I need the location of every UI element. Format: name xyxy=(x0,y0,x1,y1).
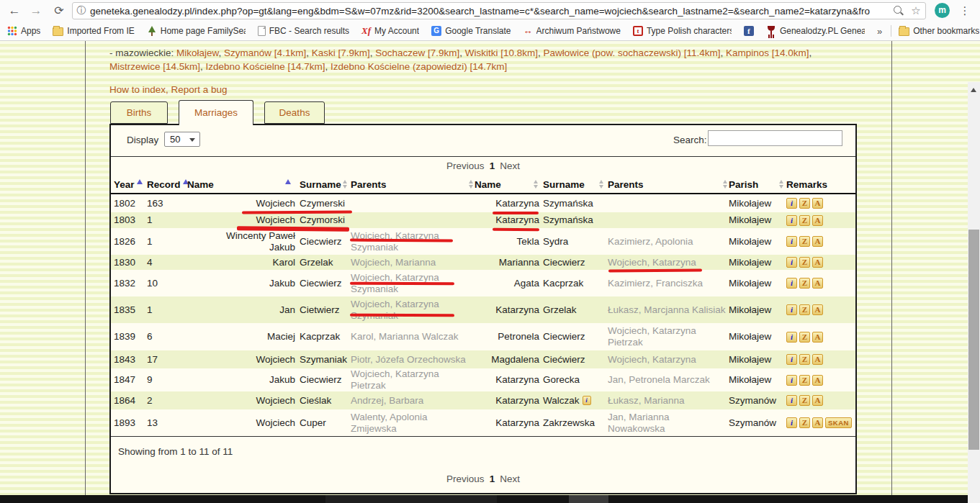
bookmark-archiwum-pa-stwowe[interactable]: Archiwum Państwowe xyxy=(523,26,621,36)
scrollbar-thumb[interactable] xyxy=(968,230,979,450)
document-icon xyxy=(258,26,266,36)
region-link-izdebno-ko-cielne-zapowiedzi-14-7km[interactable]: Izdebno Kościelne (zapowiedzi) [14.7km] xyxy=(331,61,507,72)
cell-bride-surname-text: Grzelak xyxy=(543,304,605,316)
a-icon[interactable]: A xyxy=(812,198,823,209)
z-icon[interactable]: Z xyxy=(799,354,810,365)
a-icon[interactable]: A xyxy=(812,417,823,428)
column-header-parents-7[interactable]: Parents xyxy=(608,176,729,193)
back-icon[interactable] xyxy=(6,2,23,19)
info-icon[interactable]: i xyxy=(786,215,797,226)
a-icon[interactable]: A xyxy=(812,354,823,365)
a-icon[interactable]: A xyxy=(812,257,823,268)
a-icon[interactable]: A xyxy=(812,304,823,315)
info-icon[interactable]: i xyxy=(786,198,797,209)
z-icon[interactable]: Z xyxy=(799,278,810,289)
a-icon[interactable]: A xyxy=(812,278,823,289)
browser-menu-icon[interactable] xyxy=(958,3,971,19)
page-info-icon[interactable] xyxy=(73,4,90,17)
other-bookmarks-folder[interactable]: Other bookmarks xyxy=(899,26,979,36)
info-icon[interactable]: i xyxy=(786,236,797,247)
region-link-paw-owice-pow-sochaczewski-11-4km[interactable]: Pawłowice (pow. sochaczewski) [11.4km] xyxy=(544,47,721,58)
skan-button[interactable]: SKAN xyxy=(825,417,852,428)
region-link-wiskitki-10-8km[interactable]: Wiskitki [10.8km] xyxy=(465,47,538,58)
z-icon[interactable]: Z xyxy=(799,395,810,406)
tab-marriages[interactable]: Marriages xyxy=(179,100,253,125)
vertical-scrollbar[interactable] xyxy=(968,82,980,503)
info-icon[interactable]: i xyxy=(786,257,797,268)
a-icon[interactable]: A xyxy=(812,332,823,343)
column-header-name-5[interactable]: Name xyxy=(475,176,539,193)
bookmark-my-account[interactable]: My Account xyxy=(361,26,419,36)
next-button[interactable]: Next xyxy=(500,473,520,484)
a-icon[interactable]: A xyxy=(812,375,823,386)
info-icon[interactable]: i xyxy=(786,417,797,428)
reload-icon[interactable] xyxy=(50,2,68,19)
tab-births[interactable]: Births xyxy=(110,101,168,124)
column-header-surname-3[interactable]: Surname xyxy=(300,176,349,193)
help-link-report-a-bug[interactable]: Report a bug xyxy=(171,84,228,95)
region-link-izdebno-ko-cielne-14-7km[interactable]: Izdebno Kościelne [14.7km] xyxy=(206,61,325,72)
next-button[interactable]: Next xyxy=(500,160,520,171)
bookmarks-overflow-icon[interactable]: » xyxy=(877,26,882,37)
region-link-kaski-7-9km[interactable]: Kaski [7.9km] xyxy=(312,47,370,58)
search-input[interactable] xyxy=(708,130,842,146)
column-header-surname-6[interactable]: Surname xyxy=(543,176,605,193)
z-icon[interactable]: Z xyxy=(799,198,810,209)
bookmark-type-polish-characters[interactable]: Type Polish characters xyxy=(633,26,732,36)
z-icon[interactable]: Z xyxy=(799,304,810,315)
forward-icon[interactable] xyxy=(27,2,45,19)
page-length-select[interactable]: 50 xyxy=(164,132,200,147)
cell-year: 1826 xyxy=(114,228,147,255)
info-icon[interactable]: i xyxy=(786,354,797,365)
region-link-szyman-w-4-1km[interactable]: Szymanów [4.1km] xyxy=(224,47,306,58)
z-icon[interactable]: Z xyxy=(799,332,810,343)
bookmark-facebook[interactable] xyxy=(744,26,754,36)
bookmark-genealodzy-pl-genea[interactable]: Genealodzy.PL Genea xyxy=(766,26,865,36)
info-icon[interactable]: i xyxy=(583,396,591,405)
bookmark-home-page-familysea[interactable]: Home page FamilySea xyxy=(147,26,246,36)
z-icon[interactable]: Z xyxy=(799,257,810,268)
a-icon[interactable]: A xyxy=(812,236,823,247)
cell-groom-surname-text: Ciecwierz xyxy=(300,236,349,248)
z-icon[interactable]: Z xyxy=(799,375,810,386)
column-header-parents-4[interactable]: Parents xyxy=(351,176,475,193)
column-header-record-1[interactable]: Record xyxy=(147,176,187,193)
profile-avatar[interactable]: m xyxy=(935,3,950,18)
region-link-mistrzewice-14-5km[interactable]: Mistrzewice [14.5km] xyxy=(109,61,200,72)
a-icon[interactable]: A xyxy=(812,395,823,406)
url-text[interactable]: geneteka.genealodzy.pl/index.php?op=gt&l… xyxy=(90,6,891,17)
help-link-how-to-index[interactable]: How to index xyxy=(109,84,166,95)
info-icon[interactable]: i xyxy=(786,332,797,343)
z-icon[interactable]: Z xyxy=(799,215,810,226)
page-number[interactable]: 1 xyxy=(485,160,500,171)
apps-grid-icon xyxy=(7,26,17,36)
info-icon[interactable]: i xyxy=(786,375,797,386)
bookmark-imported-from-ie[interactable]: Imported From IE xyxy=(53,26,134,36)
apps-shortcut[interactable]: Apps xyxy=(7,26,40,36)
column-header-name-2[interactable]: Name xyxy=(187,176,295,193)
column-header-year-0[interactable]: Year xyxy=(114,176,147,193)
a-icon[interactable]: A xyxy=(812,215,823,226)
z-icon[interactable]: Z xyxy=(799,236,810,247)
z-icon[interactable]: Z xyxy=(799,417,810,428)
info-icon[interactable]: i xyxy=(786,278,797,289)
info-icon[interactable]: i xyxy=(786,304,797,315)
tab-deaths[interactable]: Deaths xyxy=(264,101,325,124)
cell-year: 1864 xyxy=(114,391,147,409)
page-number[interactable]: 1 xyxy=(485,473,500,484)
previous-button[interactable]: Previous xyxy=(446,160,485,171)
bookmark-google-translate[interactable]: Google Translate xyxy=(431,26,511,36)
bookmark-star-icon[interactable] xyxy=(907,4,925,17)
column-header-parish-8[interactable]: Parish xyxy=(729,176,785,193)
cell-year: 1830 xyxy=(114,255,147,270)
bookmark-fbc-search-results[interactable]: FBC - Search results xyxy=(258,26,349,36)
region-link-sochaczew-7-9km[interactable]: Sochaczew [7.9km] xyxy=(375,47,459,58)
address-bar[interactable]: geneteka.genealodzy.pl/index.php?op=gt&l… xyxy=(72,2,926,19)
region-link-miko-ajew[interactable]: Mikołajew xyxy=(176,47,219,58)
scroll-up-icon[interactable] xyxy=(968,83,980,96)
region-link-kampinos-14-0km[interactable]: Kampinos [14.0km] xyxy=(726,47,809,58)
previous-button[interactable]: Previous xyxy=(446,473,485,484)
cell-remarks: iZA xyxy=(786,391,855,409)
zoom-indicator-icon[interactable] xyxy=(891,5,907,17)
info-icon[interactable]: i xyxy=(786,395,797,406)
